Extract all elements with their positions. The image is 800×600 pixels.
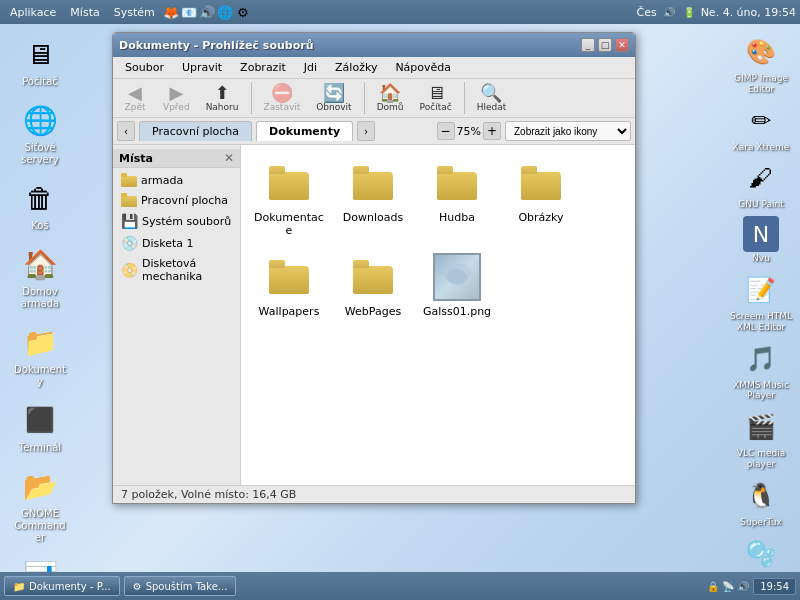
sidebar-item-armada[interactable]: armada: [113, 170, 240, 190]
locale-label: Čes: [636, 6, 656, 19]
nvu-label: Nvu: [752, 253, 770, 264]
file-icon-downloads[interactable]: Downloads: [333, 153, 413, 243]
gimp-icon: 🎨: [741, 32, 781, 72]
stop-icon: ⛔: [271, 84, 293, 102]
sidebar-label-armada: armada: [141, 174, 183, 187]
file-icon-dokumentace[interactable]: Dokumentace: [249, 153, 329, 243]
image-thumbnail-galss01: [433, 253, 481, 301]
menu-system[interactable]: Systém: [108, 4, 161, 21]
sidebar-close-button[interactable]: ✕: [224, 151, 234, 165]
desktop-icon-xmms[interactable]: 🎵 XMMS Music Player: [726, 337, 796, 404]
refresh-button[interactable]: 🔄 Obnovit: [310, 82, 357, 114]
sidebar-label-disketa: Disketa 1: [142, 237, 194, 250]
domov-label: Domov armada: [12, 286, 68, 310]
taskbar-item-spoustim[interactable]: ⚙ Spouštím Take...: [124, 576, 237, 596]
vlc-label: VLC media player: [728, 448, 794, 470]
desktop-icons-left: 🖥 Počítač 🌐 Síťové servery 🗑 Koš 🏠 Domov…: [8, 30, 72, 600]
desktop: Aplikace Místa Systém 🦊 📧 🔊 🌐 ⚙ Čes 🔊 🔋 …: [0, 0, 800, 600]
sidebar-item-pracovni-plocha[interactable]: Pracovní plocha: [113, 190, 240, 210]
file-icon-obrazky[interactable]: Obrázky: [501, 153, 581, 243]
terminal-icon: ⬛: [20, 400, 60, 440]
desktop-icon-supertux[interactable]: 🐧 SuperTux: [726, 474, 796, 530]
folder-shape-obrazky: [521, 166, 561, 200]
view-mode-select[interactable]: Zobrazit jako ikony Zobrazit jako seznam: [505, 121, 631, 141]
window-menubar: Soubor Upravit Zobrazit Jdi Záložky Nápo…: [113, 57, 635, 79]
file-label-hudba: Hudba: [439, 211, 475, 224]
desktop-icon-terminal[interactable]: ⬛ Terminál: [8, 396, 72, 458]
tab-dokumenty[interactable]: Dokumenty: [256, 121, 353, 141]
desktop-icon-gimp[interactable]: 🎨 GIMP Image Editor: [726, 30, 796, 97]
file-label-downloads: Downloads: [343, 211, 403, 224]
sidebar-item-disketa[interactable]: 💿 Disketa 1: [113, 232, 240, 254]
zoom-control: − 75% +: [437, 122, 501, 140]
folder-icon-hudba: [433, 159, 481, 207]
next-tab-button[interactable]: ›: [357, 121, 375, 141]
file-icon-webpages[interactable]: WebPages: [333, 247, 413, 324]
supertux-icon: 🐧: [741, 476, 781, 516]
gnu-paint-label: GNU Paint: [738, 199, 783, 210]
taskbar-item-dokumenty[interactable]: 📁 Dokumenty - P...: [4, 576, 120, 596]
gnu-paint-icon: 🖌: [741, 158, 781, 198]
minimize-button[interactable]: _: [581, 38, 595, 52]
desktop-icon-kos[interactable]: 🗑 Koš: [8, 174, 72, 236]
folder-shape-webpages: [353, 260, 393, 294]
file-manager-window: Dokumenty - Prohlížeč souborů _ □ ✕ Soub…: [112, 32, 636, 504]
top-panel-left: Aplikace Místa Systém 🦊 📧 🔊 🌐 ⚙: [4, 4, 251, 21]
file-label-webpages: WebPages: [345, 305, 401, 318]
menu-upravit[interactable]: Upravit: [174, 59, 230, 76]
menu-zalozky[interactable]: Záložky: [327, 59, 385, 76]
close-button[interactable]: ✕: [615, 38, 629, 52]
menu-zobrazit[interactable]: Zobrazit: [232, 59, 294, 76]
sidebar-item-diskova-mechanika[interactable]: 📀 Disketová mechanika: [113, 254, 240, 286]
home-button[interactable]: 🏠 Domů: [371, 82, 410, 114]
top-panel-right: Čes 🔊 🔋 Ne. 4. úno, 19:54: [636, 4, 796, 20]
tab-pracovni-plocha[interactable]: Pracovní plocha: [139, 121, 252, 141]
screem-label: Screem HTML XML Editor: [728, 311, 794, 333]
computer-button[interactable]: 🖥 Počítač: [414, 82, 458, 114]
taskbar-right: 🔒 📡 🔊 19:54: [707, 578, 796, 595]
search-button[interactable]: 🔍 Hledat: [471, 82, 513, 114]
menu-soubor[interactable]: Soubor: [117, 59, 172, 76]
drive-icon-system: 💾: [121, 213, 138, 229]
taskbar-label-dokumenty: Dokumenty - P...: [29, 581, 111, 592]
menu-mista[interactable]: Místa: [64, 4, 105, 21]
volume-icon[interactable]: 🔊: [661, 4, 677, 20]
desktop-icon-nvu[interactable]: N Nvu: [726, 214, 796, 266]
desktop-icon-vlc[interactable]: 🎬 VLC media player: [726, 405, 796, 472]
gnome-commander-icon: 📂: [20, 466, 60, 506]
firefox-panel-icon[interactable]: 🦊: [163, 4, 179, 20]
taskbar-system-tray: 🔒 📡 🔊: [707, 581, 749, 592]
home-icon: 🏠: [379, 84, 401, 102]
maximize-button[interactable]: □: [598, 38, 612, 52]
file-label-galss01: Galss01.png: [423, 305, 491, 318]
desktop-icon-gnu-paint[interactable]: 🖌 GNU Paint: [726, 156, 796, 212]
up-button[interactable]: ⬆ Nahoru: [200, 82, 245, 114]
folder-icon-downloads: [349, 159, 397, 207]
zoom-in-button[interactable]: +: [483, 122, 501, 140]
back-button[interactable]: ◀ Zpět: [117, 82, 153, 114]
file-icon-hudba[interactable]: Hudba: [417, 153, 497, 243]
frozen-bubble-icon: 🫧: [741, 534, 781, 574]
image-preview-galss01: [433, 253, 481, 301]
desktop-icon-screem[interactable]: 📝 Screem HTML XML Editor: [726, 268, 796, 335]
desktop-icon-gnome-commander[interactable]: 📂 GNOME Commander: [8, 462, 72, 548]
forward-button[interactable]: ▶ Vpřed: [157, 82, 196, 114]
forward-icon: ▶: [169, 84, 183, 102]
file-icon-galss01[interactable]: Galss01.png: [417, 247, 497, 324]
prev-tab-button[interactable]: ‹: [117, 121, 135, 141]
taskbar-label-spoustim: Spouštím Take...: [146, 581, 228, 592]
desktop-icon-domov[interactable]: 🏠 Domov armada: [8, 240, 72, 314]
menu-aplikace[interactable]: Aplikace: [4, 4, 62, 21]
menu-napoveda[interactable]: Nápověda: [387, 59, 459, 76]
file-icon-wallpapers[interactable]: Wallpapers: [249, 247, 329, 324]
menu-jdi[interactable]: Jdi: [296, 59, 325, 76]
stop-button[interactable]: ⛔ Zastavit: [258, 82, 307, 114]
desktop-icon-xara[interactable]: ✏ Xara Xtreme: [726, 99, 796, 155]
zoom-out-button[interactable]: −: [437, 122, 455, 140]
desktop-icon-dokumenty[interactable]: 📁 Dokumenty: [8, 318, 72, 392]
desktop-icon-sitove-servery[interactable]: 🌐 Síťové servery: [8, 96, 72, 170]
sidebar-item-system-souboru[interactable]: 💾 Systém souborů: [113, 210, 240, 232]
desktop-icon-pocitac[interactable]: 🖥 Počítač: [8, 30, 72, 92]
drive-icon-mechanika: 📀: [121, 262, 138, 278]
gnome-commander-label: GNOME Commander: [12, 508, 68, 544]
